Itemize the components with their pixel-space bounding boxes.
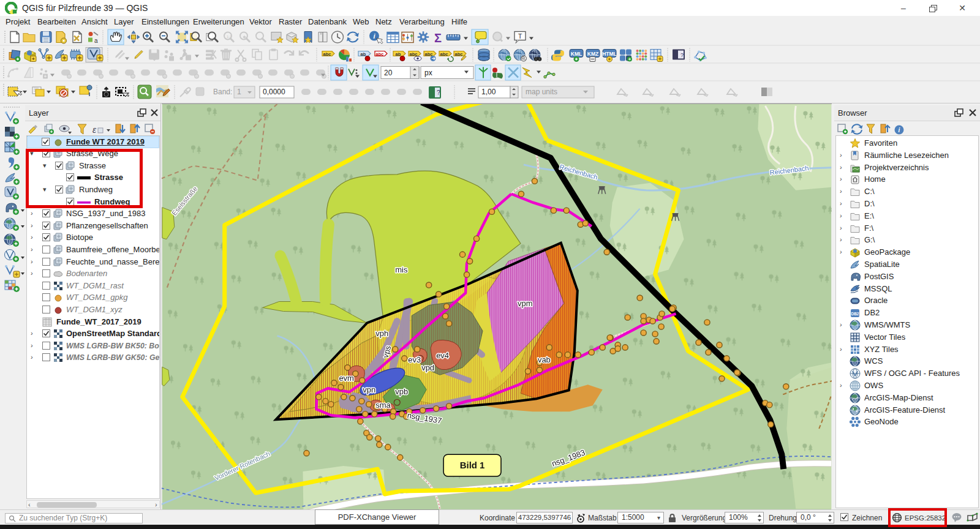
- svg-text:evm: evm: [339, 373, 354, 383]
- svg-text:ε: ε: [92, 125, 97, 135]
- svg-text:1: 1: [237, 88, 241, 96]
- svg-text:abc: abc: [410, 51, 418, 57]
- svg-text:abc: abc: [455, 51, 463, 57]
- svg-text:ab: ab: [361, 51, 366, 57]
- svg-text:vpm: vpm: [518, 299, 533, 309]
- svg-text:vpn: vpn: [363, 385, 375, 394]
- svg-text:ab: ab: [396, 51, 401, 57]
- svg-text:mis: mis: [395, 265, 408, 274]
- svg-text:vpd: vpd: [421, 363, 434, 372]
- svg-text:abc: abc: [440, 51, 448, 57]
- svg-text:ev3: ev3: [408, 355, 421, 364]
- svg-text:KMZ: KMZ: [587, 51, 598, 57]
- svg-text:ev4: ev4: [436, 351, 449, 360]
- svg-text:20: 20: [384, 69, 393, 77]
- svg-text:1,00: 1,00: [481, 88, 496, 96]
- svg-text:abc: abc: [323, 51, 331, 57]
- svg-text:Band:: Band:: [213, 88, 232, 96]
- svg-text:KML: KML: [571, 51, 582, 57]
- svg-text:DB2: DB2: [851, 312, 859, 316]
- svg-text:map units: map units: [526, 88, 557, 96]
- svg-text:?: ?: [437, 89, 440, 96]
- svg-text:Σ: Σ: [434, 31, 442, 45]
- svg-text:px: px: [424, 69, 432, 77]
- svg-text:T: T: [518, 32, 522, 40]
- svg-text:sma: sma: [375, 400, 391, 410]
- svg-text:vab: vab: [538, 355, 551, 364]
- svg-text:?: ?: [680, 52, 684, 58]
- svg-text:abc: abc: [425, 51, 433, 57]
- svg-text:a: a: [94, 37, 98, 44]
- svg-text:i: i: [899, 127, 900, 133]
- svg-text:abc: abc: [376, 51, 384, 57]
- svg-text:vpb: vpb: [395, 387, 408, 396]
- svg-text:HTML: HTML: [602, 51, 617, 57]
- svg-text:Bild 1: Bild 1: [460, 460, 485, 470]
- svg-text:1:1: 1:1: [227, 35, 232, 39]
- svg-text:vph: vph: [375, 329, 388, 338]
- svg-text:0,0000: 0,0000: [263, 88, 285, 96]
